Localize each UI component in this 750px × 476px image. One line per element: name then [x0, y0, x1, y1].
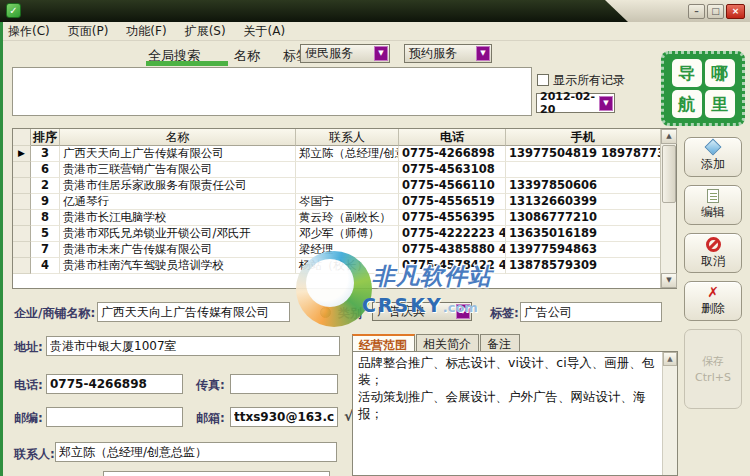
menu-extension[interactable]: 扩展(S) [185, 23, 226, 40]
active-tab-underline [146, 61, 228, 66]
scroll-up-icon[interactable]: ▲ [661, 129, 677, 144]
contact-field[interactable] [55, 442, 337, 462]
phone-field[interactable] [46, 374, 183, 394]
table-row[interactable]: 7 贵港市未来广告传媒有限公司 梁经理 0775-4385880 45536 1… [13, 242, 676, 258]
table-row[interactable]: 4 贵港市桂南汽车驾驶员培训学校 杨站（校长） 0775-4578422 457… [13, 258, 676, 274]
menu-bar: 操作(C) 页面(P) 功能(F) 扩展(S) 关于(A) [0, 22, 750, 41]
menu-function[interactable]: 功能(F) [126, 23, 166, 40]
fax-field[interactable] [230, 374, 338, 394]
cancel-button[interactable]: 取消 [684, 233, 742, 273]
scope-scrollbar[interactable]: ▲ [662, 352, 677, 475]
service-category-dropdown[interactable]: 便民服务 ▼ [300, 44, 390, 63]
cell-mobile: 13977594863 [506, 242, 661, 258]
cell-mobile: 13132660399 [506, 194, 661, 210]
contact-label: 联系人: [14, 446, 55, 463]
zip-label: 邮编: [14, 410, 43, 427]
chevron-down-icon[interactable]: ▼ [476, 46, 490, 61]
save-shortcut-label: Ctrl+S [695, 370, 731, 385]
row-selector [13, 194, 31, 210]
column-header-mobile[interactable]: 手机 [506, 129, 661, 146]
save-button[interactable]: 保存 Ctrl+S [684, 329, 742, 409]
add-button[interactable]: 添加 [684, 137, 742, 177]
edit-button-label: 编辑 [701, 204, 725, 221]
cell-mobile: 13635016189 [506, 226, 661, 242]
cell-phone: 0775-4266898 [399, 146, 506, 162]
address-label: 地址: [14, 339, 43, 356]
cell-phone: 0775-4556519 [399, 194, 506, 210]
chevron-down-icon[interactable]: ▼ [456, 304, 470, 319]
cell-contact: 黄云玲（副校长） [296, 210, 399, 226]
row-selector-header [13, 129, 31, 146]
table-scrollbar[interactable]: ▲ ▼ [660, 129, 676, 288]
zip-field[interactable] [46, 407, 183, 427]
add-icon [705, 139, 722, 156]
tab-name-search[interactable]: 名称 [234, 47, 260, 65]
cell-phone: 0775-4563108 [399, 162, 506, 178]
email-field[interactable] [230, 407, 338, 427]
table-row[interactable]: 2 贵港市佳居乐家政服务有限责任公司 0775-4566110 13397850… [13, 178, 676, 194]
menu-page[interactable]: 页面(P) [68, 23, 109, 40]
menu-about[interactable]: 关于(A) [244, 23, 286, 40]
row-selector [13, 210, 31, 226]
tag-label: 标签: [490, 305, 519, 322]
maximize-button[interactable]: □ [707, 4, 724, 19]
table-row[interactable]: 9 亿通琴行 岑国宁 0775-4556519 13132660399 [13, 194, 676, 210]
table-row[interactable]: 8 贵港市长江电脑学校 黄云玲（副校长） 0775-4556395 130867… [13, 210, 676, 226]
address-field[interactable] [46, 336, 340, 356]
menu-operation[interactable]: 操作(C) [8, 23, 50, 40]
column-header-sort[interactable]: 排序 [31, 129, 60, 146]
cell-contact: 岑国宁 [296, 194, 399, 210]
table-row[interactable]: 6 贵港市三联营销广告有限公司 0775-4563108 [13, 162, 676, 178]
tab-related-intro[interactable]: 相关简介 [416, 334, 479, 351]
minimize-button[interactable]: – [688, 4, 705, 19]
cancel-icon [706, 237, 721, 252]
logo-char: 里 [705, 90, 735, 118]
company-name-field[interactable] [97, 302, 290, 322]
cell-contact: 梁经理 [296, 242, 399, 258]
cell-mobile [506, 162, 661, 178]
cell-phone: 0775-4385880 45536 [399, 242, 506, 258]
scroll-up-icon[interactable]: ▲ [663, 352, 677, 366]
show-all-records-checkbox[interactable] [537, 74, 549, 86]
logo-char: 导 [672, 59, 702, 87]
cell-sort: 7 [31, 242, 60, 258]
records-table: 排序 名称 联系人 电话 手机 ▶ 3 广西天天向上广告传媒有限公司 郑立陈（总… [12, 128, 677, 289]
tag-field[interactable] [520, 302, 662, 322]
cell-phone: 0775-4556395 [399, 210, 506, 226]
tab-business-scope[interactable]: 经营范围 [352, 334, 415, 351]
fax-label: 传真: [196, 377, 225, 394]
column-header-phone[interactable]: 电话 [399, 129, 506, 146]
scroll-down-icon[interactable]: ▼ [661, 273, 677, 288]
cell-sort: 2 [31, 178, 60, 194]
chevron-down-icon[interactable]: ▼ [374, 46, 388, 61]
table-row[interactable]: 5 贵港市邓氏兄弟锁业开锁公司/邓氏开 邓少军（师傅） 0775-4222223… [13, 226, 676, 242]
cell-contact: 邓少军（师傅） [296, 226, 399, 242]
delete-x-icon: ✗ [707, 286, 719, 299]
table-row[interactable]: ▶ 3 广西天天向上广告传媒有限公司 郑立陈（总经理/创意总监） 0775-42… [13, 146, 676, 162]
cell-name: 贵港市邓氏兄弟锁业开锁公司/邓氏开 [60, 226, 296, 242]
cell-name: 贵港市未来广告传媒有限公司 [60, 242, 296, 258]
cell-name: 贵港市长江电脑学校 [60, 210, 296, 226]
business-scope-textarea[interactable]: 品牌整合推广、标志设计、vi设计、ci导入、画册、包装； 活动策划推广、会展设计… [352, 351, 678, 476]
delete-button[interactable]: ✗ 删除 [684, 281, 742, 321]
edit-button[interactable]: 编辑 [684, 185, 742, 225]
scrollbar-thumb[interactable] [662, 145, 676, 203]
service-category-value: 便民服务 [301, 45, 374, 62]
search-input[interactable] [12, 67, 532, 116]
category-dropdown[interactable]: 广告庆典 ▼ [372, 302, 472, 321]
chevron-down-icon[interactable]: ▼ [599, 96, 613, 111]
logo-char: 哪 [705, 59, 735, 87]
column-header-name[interactable]: 名称 [60, 129, 296, 146]
tab-remarks[interactable]: 备注 [480, 334, 520, 351]
cell-contact [296, 162, 399, 178]
delete-button-label: 删除 [701, 300, 725, 317]
date-picker[interactable]: 2012-02-20 ▼ [536, 93, 615, 113]
edit-document-icon [707, 189, 719, 203]
cancel-button-label: 取消 [701, 253, 725, 270]
close-button[interactable]: × [726, 4, 745, 19]
booking-service-dropdown[interactable]: 预约服务 ▼ [404, 44, 492, 63]
cell-name: 贵港市桂南汽车驾驶员培训学校 [60, 258, 296, 274]
cell-sort: 5 [31, 226, 60, 242]
column-header-contact[interactable]: 联系人 [296, 129, 399, 146]
cropped-next-field [103, 471, 330, 476]
